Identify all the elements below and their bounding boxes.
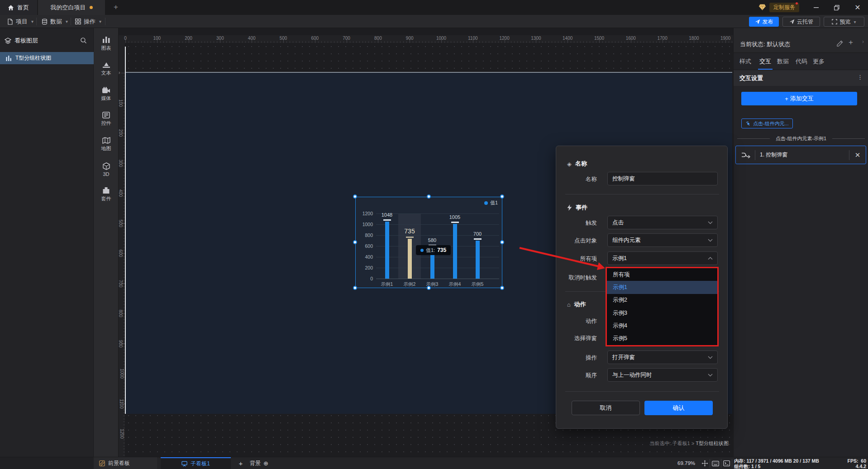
add-state-icon[interactable]: + (849, 38, 853, 47)
menu-data[interactable]: 数据▾ (42, 15, 68, 28)
name-input[interactable]: 控制弹窗 (607, 172, 718, 185)
search-icon[interactable] (80, 37, 87, 44)
terminal-icon[interactable] (722, 459, 731, 468)
chevron-down-icon: ▾ (854, 19, 856, 24)
ruler-tick-label: 0 (124, 36, 127, 41)
toolbox-item-6[interactable]: 3D (94, 158, 119, 181)
toolbox-item-2[interactable]: 文本 (94, 58, 119, 81)
chart-legend: 值1 (484, 199, 498, 206)
preview-button[interactable]: 预览▾ (824, 17, 864, 27)
trigger-select[interactable]: 点击 (607, 216, 718, 229)
cloud-hosting-button[interactable]: 云托管 (782, 17, 820, 27)
foreground-board-tab[interactable]: 前景看板 (94, 457, 157, 469)
tab-代码[interactable]: 代码 (796, 57, 807, 66)
new-tab-button[interactable]: + (110, 2, 121, 13)
dropdown-option-示例4[interactable]: 示例4 (607, 319, 717, 332)
publish-button[interactable]: 发布 (749, 17, 779, 27)
selection-hint: 当前选中: 子看板1 > T型分组柱状图 (649, 440, 729, 447)
toolbox-item-7[interactable]: 套件 (94, 183, 119, 206)
tab-project[interactable]: 我的空白项目 (38, 0, 105, 15)
interaction-item-card[interactable]: 1. 控制弹窗 ✕ (735, 146, 866, 164)
toolbox-item-3[interactable]: 媒体 (94, 83, 119, 105)
tab-样式[interactable]: 样式 (739, 57, 751, 66)
chart-value-label: 580 (416, 237, 448, 243)
dropdown-option-示例2[interactable]: 示例2 (607, 294, 717, 307)
selection-handle[interactable] (427, 286, 431, 290)
horizontal-ruler: 0100200300400500600700800900100011001200… (119, 35, 733, 43)
edit-icon[interactable] (837, 40, 844, 47)
dropdown-option-所有项[interactable]: 所有项 (607, 268, 717, 281)
menu-divider (36, 18, 37, 25)
kebab-menu-icon[interactable]: ⋮ (857, 74, 863, 81)
interaction-chip[interactable]: 点击-组件内元... (741, 118, 793, 128)
toolbox-strip: 图表文本媒体控件地图3D套件 (94, 28, 119, 457)
selection-handle[interactable] (353, 194, 357, 199)
dropdown-option-示例1[interactable]: 示例1 (607, 281, 717, 294)
trigger-field-label: 触发 (557, 219, 597, 227)
chevron-right-icon[interactable]: › (862, 38, 864, 45)
ruler-tick-label: 1800 (689, 36, 699, 41)
chart-component[interactable]: 0200400600800100012001048示例1735示例2580示例3… (355, 197, 502, 288)
window-minimize-button[interactable] (808, 0, 824, 15)
lightning-icon (567, 204, 572, 211)
menu-project[interactable]: 项目▾ (7, 15, 33, 28)
chart-category-label: 示例5 (464, 281, 491, 288)
custom-service-badge[interactable]: 定制服务 (769, 3, 799, 12)
confirm-button[interactable]: 确认 (644, 401, 713, 415)
sub-board-tab[interactable]: 子看板1 (161, 457, 231, 469)
zoom-level[interactable]: 69.79% (677, 460, 695, 466)
confirm-button-label: 确认 (673, 404, 685, 412)
operation-select[interactable]: 打开弹窗 (607, 351, 718, 364)
ruler-tick-label: 1100 (468, 36, 478, 41)
dialog-section-event: 事件 (567, 204, 587, 212)
selection-handle[interactable] (353, 286, 357, 290)
toolbox-item-5[interactable]: 地图 (94, 133, 119, 156)
click-target-select[interactable]: 组件内元素 (607, 233, 718, 247)
bottom-divider (721, 459, 721, 468)
window-close-button[interactable]: ✕ (850, 0, 865, 15)
selection-handle[interactable] (427, 194, 431, 199)
hatched-square-icon (99, 460, 105, 466)
tab-home[interactable]: 首页 (0, 0, 37, 15)
bottom-bar-stub (0, 457, 94, 469)
operation-select-value: 打开弹窗 (612, 354, 635, 361)
close-icon[interactable]: ✕ (849, 151, 866, 159)
window-maximize-button[interactable] (829, 0, 844, 15)
menu-operation[interactable]: 操作▾ (75, 15, 101, 28)
toolbox-item-4[interactable]: 控件 (94, 108, 119, 131)
send-icon (755, 19, 760, 24)
keyboard-icon[interactable] (711, 459, 720, 468)
add-interaction-button[interactable]: +添加交互 (741, 92, 857, 105)
add-board-button[interactable]: + (234, 457, 247, 469)
cursor-click-icon (745, 121, 751, 126)
toolbox-item-label: 图表 (101, 45, 111, 52)
toolbox-item-1[interactable]: 图表 (94, 33, 119, 55)
selection-handle[interactable] (500, 286, 504, 290)
selection-handle[interactable] (353, 240, 357, 244)
selection-handle[interactable] (500, 194, 504, 199)
chart-grid-line (376, 257, 499, 257)
tab-交互[interactable]: 交互 (759, 57, 771, 66)
all-items-select[interactable]: 示例1 (607, 251, 718, 265)
dialog-divider (565, 391, 719, 392)
annotation-red-box: 所有项示例1示例2示例3示例4示例5 (606, 267, 719, 346)
grid-icon (75, 19, 81, 24)
cancel-button[interactable]: 取消 (572, 401, 640, 415)
background-tab[interactable]: 背景 ⊕ (250, 457, 268, 469)
tab-数据[interactable]: 数据 (777, 57, 789, 66)
custom-service-label: 定制服务 (773, 4, 795, 11)
chart-value-label: 700 (462, 231, 493, 237)
dropdown-option-示例3[interactable]: 示例3 (607, 307, 717, 319)
dropdown-option-示例5[interactable]: 示例5 (607, 332, 717, 345)
layer-item-chart[interactable]: T型分组柱状图 (0, 52, 94, 64)
dialog-divider (565, 194, 719, 194)
chart-bar-示例4 (453, 224, 457, 279)
ruler-tick-label: 300 (119, 159, 123, 167)
tab-更多[interactable]: 更多 (813, 57, 825, 66)
order-select[interactable]: 与上一动作同时 (607, 368, 718, 382)
ruler-tick-label: 200 (185, 36, 192, 41)
selection-handle[interactable] (500, 240, 504, 244)
fit-view-icon[interactable] (701, 459, 709, 468)
add-interaction-label: 添加交互 (790, 95, 814, 103)
sub-board-label: 子看板1 (191, 460, 210, 468)
